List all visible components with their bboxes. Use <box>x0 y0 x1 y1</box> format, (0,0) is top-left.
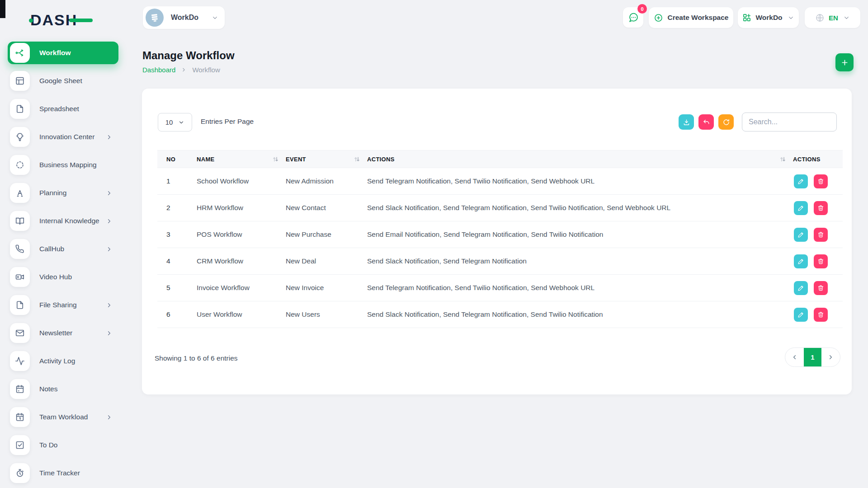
plus-circle-icon <box>654 13 663 23</box>
export-button[interactable] <box>679 114 694 130</box>
pagination-prev-button[interactable] <box>785 347 804 367</box>
workspace-name: WorkDo <box>171 14 198 22</box>
sidebar-item-innovation-center[interactable]: Innovation Center <box>8 126 118 148</box>
sidebar-item-business-mapping[interactable]: Business Mapping <box>8 154 118 176</box>
edit-button[interactable] <box>794 201 808 215</box>
table-row: 3 POS Workflow New Purchase Send Email N… <box>157 221 843 248</box>
delete-button[interactable] <box>814 174 828 188</box>
row-event: New Invoice <box>286 284 367 292</box>
sidebar-item-label: File Sharing <box>39 301 77 309</box>
sheet-icon <box>10 71 30 91</box>
sidebar-item-label: Time Tracker <box>39 469 80 477</box>
sidebar-item-planning[interactable]: Planning <box>8 182 118 204</box>
calendar-one-icon <box>10 407 30 427</box>
sidebar-item-time-tracker[interactable]: Time Tracker <box>8 462 118 484</box>
delete-button[interactable] <box>814 228 828 242</box>
sidebar-item-to-do[interactable]: To Do <box>8 434 118 456</box>
edit-button[interactable] <box>794 281 808 295</box>
sidebar-item-internal-knowledge[interactable]: Internal Knowledge <box>8 210 118 232</box>
brand-logo[interactable]: DASH <box>30 12 77 28</box>
breadcrumb-dashboard-link[interactable]: Dashboard <box>142 66 175 74</box>
table-row: 6 User Workflow New Users Send Slack Not… <box>157 301 843 328</box>
row-number: 6 <box>166 310 197 319</box>
pagination: 1 <box>785 347 840 367</box>
sidebar-item-callhub[interactable]: CallHub <box>8 238 118 260</box>
workspace-avatar <box>146 9 164 27</box>
row-name: User Workflow <box>197 310 286 319</box>
sidebar-item-workflow[interactable]: Workflow <box>8 42 118 64</box>
entries-per-page-select[interactable]: 10 <box>158 113 192 131</box>
chat-badge: 0 <box>637 4 647 14</box>
edit-button[interactable] <box>794 308 808 322</box>
sidebar-item-label: CallHub <box>39 245 64 253</box>
check-square-icon <box>10 435 30 455</box>
create-workspace-label: Create Workspace <box>668 14 729 22</box>
row-actions-text: Send Email Notification, Send Telegram N… <box>367 230 793 239</box>
book-icon <box>10 211 30 231</box>
column-header-actions[interactable]: ACTIONS <box>367 155 793 163</box>
edit-button[interactable] <box>794 174 808 188</box>
add-workflow-button[interactable] <box>835 53 854 71</box>
chevron-left-icon <box>791 354 798 361</box>
row-number: 3 <box>166 230 197 239</box>
reload-button[interactable] <box>718 114 734 130</box>
language-selector[interactable]: EN <box>805 7 860 28</box>
column-header-name[interactable]: NAME <box>197 155 286 163</box>
row-name: POS Workflow <box>197 230 286 239</box>
pagination-current-page[interactable]: 1 <box>804 347 821 367</box>
workspace-selector[interactable]: WorkDo <box>143 6 225 29</box>
chevron-down-icon <box>788 14 794 21</box>
row-number: 2 <box>166 204 197 212</box>
search-input[interactable] <box>742 113 837 131</box>
breadcrumb-current: Workflow <box>192 66 220 74</box>
plus-icon <box>840 58 849 67</box>
chat-button[interactable]: 0 <box>623 7 643 28</box>
row-name: School Workflow <box>197 177 286 185</box>
chevron-right-icon <box>106 134 113 141</box>
sidebar-item-google-sheet[interactable]: Google Sheet <box>8 70 118 92</box>
breadcrumb: Dashboard Workflow <box>142 66 220 74</box>
table-header-row: NO NAME EVENT ACTIONS ACTIONS <box>157 150 843 168</box>
sidebar-item-label: Activity Log <box>39 357 75 365</box>
create-workspace-button[interactable]: Create Workspace <box>649 7 733 28</box>
sidebar-item-newsletter[interactable]: Newsletter <box>8 322 118 344</box>
file-icon <box>10 295 30 315</box>
sidebar-item-label: Innovation Center <box>39 133 94 141</box>
app-menu-dropdown[interactable]: WorkDo <box>738 7 799 28</box>
row-actions-text: Send Slack Notification, Send Telegram N… <box>367 204 793 212</box>
sidebar-item-activity-log[interactable]: Activity Log <box>8 350 118 372</box>
pencil-icon <box>797 231 804 238</box>
sidebar-item-video-hub[interactable]: Video Hub <box>8 266 118 288</box>
sidebar-item-spreadsheet[interactable]: Spreadsheet <box>8 98 118 120</box>
activity-icon <box>10 351 30 371</box>
refresh-icon <box>722 118 730 126</box>
table-row: 1 School Workflow New Admission Send Tel… <box>157 168 843 195</box>
mail-icon <box>10 323 30 343</box>
globe-icon <box>815 13 825 23</box>
table-row: 4 CRM Workflow New Deal Send Slack Notif… <box>157 248 843 275</box>
sidebar-item-notes[interactable]: Notes <box>8 378 118 400</box>
sidebar-item-label: Business Mapping <box>39 161 97 169</box>
edit-button[interactable] <box>794 228 808 242</box>
row-actions-text: Send Slack Notification, Send Telegram N… <box>367 257 793 265</box>
calendar-icon <box>10 379 30 399</box>
delete-button[interactable] <box>814 254 828 268</box>
delete-button[interactable] <box>814 201 828 215</box>
sidebar-item-team-workload[interactable]: Team Workload <box>8 406 118 428</box>
column-header-no[interactable]: NO <box>166 156 197 163</box>
reset-button[interactable] <box>698 114 714 130</box>
sidebar-item-file-sharing[interactable]: File Sharing <box>8 294 118 316</box>
delete-button[interactable] <box>814 281 828 295</box>
edit-button[interactable] <box>794 254 808 268</box>
column-header-row-actions: ACTIONS <box>793 156 843 163</box>
pagination-next-button[interactable] <box>821 347 840 367</box>
row-actions-text: Send Telegram Notification, Send Twilio … <box>367 177 793 185</box>
sidebar-item-label: Video Hub <box>39 273 72 281</box>
stopwatch-icon <box>10 463 30 483</box>
trash-icon <box>817 258 824 265</box>
delete-button[interactable] <box>814 308 828 322</box>
column-header-event[interactable]: EVENT <box>286 155 367 163</box>
trash-icon <box>817 178 824 185</box>
workflow-icon <box>10 43 30 63</box>
logo-dash-accent <box>69 19 93 22</box>
